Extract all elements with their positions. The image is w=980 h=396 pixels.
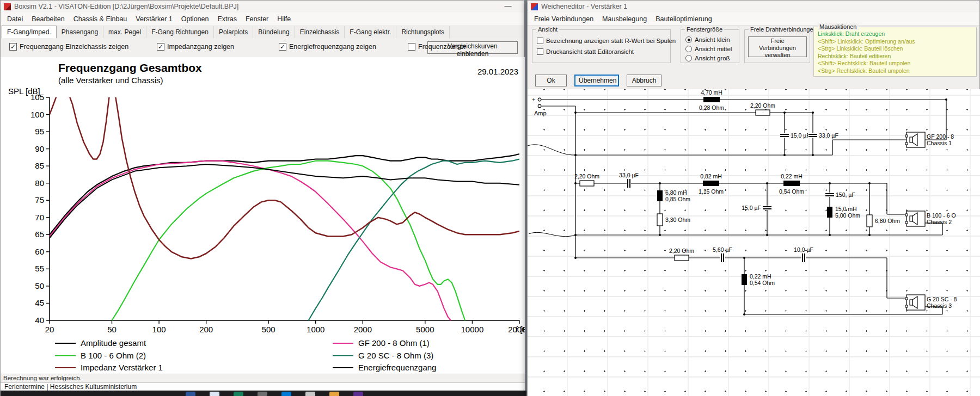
tab-f-gang-richtungen[interactable]: F-Gang Richtungen [146, 26, 214, 38]
svg-text:55: 55 [35, 264, 44, 273]
tab-f-gang-elektr-[interactable]: F-Gang elektr. [345, 26, 396, 38]
capacitor-c4[interactable] [762, 206, 772, 210]
menu-item-mausbelegung[interactable]: Mausbelegung [598, 14, 651, 24]
inductor-l1[interactable] [703, 97, 720, 102]
tab-phasengang[interactable]: Phasengang [57, 26, 103, 38]
taskbar-icon[interactable] [258, 392, 267, 396]
checkbox-icon[interactable] [408, 43, 415, 51]
weicheneditor-titlebar[interactable]: Weicheneditor - Verstärker 1 [528, 1, 979, 13]
taskbar-icon[interactable] [186, 392, 195, 396]
taskbar[interactable] [1, 391, 526, 396]
taskbar-icon[interactable] [281, 392, 291, 396]
checkbox-icon[interactable] [537, 38, 543, 44]
crossover-circuit-editor[interactable]: 4,70 mH0,28 Ohm2,20 Ohm15,0 µF33,0 µFGF … [528, 89, 980, 396]
inductor-l3[interactable] [703, 181, 719, 186]
manage-free-connections-button[interactable]: Freie Verbindungen verwalten [748, 36, 807, 57]
svg-text:5000: 5000 [416, 325, 434, 334]
inductor-l4[interactable] [783, 181, 800, 186]
resistor-r5[interactable] [675, 255, 689, 261]
svg-text:6,80 mH: 6,80 mH [665, 189, 687, 196]
resistor-r3[interactable] [657, 214, 663, 226]
svg-text:75: 75 [35, 195, 44, 205]
tab-polarplots[interactable]: Polarplots [214, 26, 253, 38]
menu-item-freie-verbindungen[interactable]: Freie Verbindungen [530, 14, 598, 24]
checkbox-icon[interactable]: ✓ [279, 43, 286, 51]
toolbar-checkbox-0[interactable]: ✓Frequenzgang Einzelchassis zeigen [9, 43, 128, 51]
radio-ansicht-mittel[interactable]: Ansicht mittel [685, 46, 732, 52]
checkbox-icon[interactable]: ✓ [157, 43, 164, 51]
menu-item-chassis-einbau[interactable]: Chassis & Einbau [69, 14, 132, 24]
ansicht-checkbox-1[interactable]: Druckansicht statt Editoransicht [537, 48, 634, 55]
svg-text:45: 45 [35, 298, 44, 307]
taskbar-icon[interactable] [305, 392, 315, 396]
radio-icon[interactable] [685, 46, 692, 52]
taskbar-icon[interactable] [234, 392, 243, 396]
taskbar-icon[interactable] [329, 392, 339, 396]
menu-item-datei[interactable]: Datei [3, 14, 27, 24]
menu-item-extras[interactable]: Extras [213, 14, 241, 24]
capacitor-c5[interactable] [825, 193, 835, 197]
background-window-title[interactable]: Ferientermine | Hessisches Kultusministe… [1, 382, 525, 391]
chart-plot: 1051009590858075706560555045402050100200… [1, 57, 525, 374]
legend-swatch [333, 367, 353, 368]
resistor-r2[interactable] [580, 181, 594, 186]
radio-icon[interactable] [685, 55, 692, 61]
legend-swatch [333, 355, 353, 356]
frequency-response-chart: Frequenzgang Gesamtbox (alle Verstärker … [1, 57, 525, 374]
menu-item-bearbeiten[interactable]: Bearbeiten [27, 14, 69, 24]
resistor-r1[interactable] [756, 110, 770, 115]
free-wire-connection[interactable] [528, 145, 575, 155]
speaker-sp1[interactable] [905, 132, 925, 147]
radio-ansicht-klein[interactable]: Ansicht klein [685, 36, 730, 43]
radio-ansicht-gro-[interactable]: Ansicht groß [685, 55, 730, 61]
group-fenstergroesse-label: Fenstergröße [685, 26, 724, 33]
checkbox-icon[interactable] [537, 48, 543, 55]
boxsim-titlebar[interactable]: Boxsim V2.1 - VISATON-Edition [D:\2Jürge… [1, 1, 524, 13]
taskbar-icon[interactable] [210, 392, 219, 396]
speaker-sp3[interactable] [905, 295, 925, 310]
weicheneditor-menubar: Freie VerbindungenMausbelegungBauteilopt… [528, 13, 979, 26]
resistor-r4[interactable] [867, 215, 872, 227]
checkbox-label: Energiefrequenzgang zeigen [289, 43, 376, 51]
capacitor-c6[interactable] [720, 253, 725, 263]
tab-einzelchassis[interactable]: Einzelchassis [295, 26, 345, 38]
toolbar-checkbox-3[interactable]: Frequenzcursor [408, 43, 466, 51]
cancel-button[interactable]: Abbruch [627, 75, 661, 86]
radio-label: Ansicht klein [695, 36, 730, 43]
tab-max-pegel[interactable]: max. Pegel [103, 26, 146, 38]
minimize-button[interactable]: — [502, 2, 514, 11]
legend-label: GF 200 - 8 Ohm (1) [358, 338, 430, 348]
ok-button[interactable]: Ok [535, 75, 567, 86]
tab-b-ndelung[interactable]: Bündelung [253, 26, 295, 38]
taskbar-icon[interactable] [353, 392, 363, 396]
capacitor-c2[interactable] [808, 133, 818, 138]
svg-text:10000: 10000 [461, 325, 484, 334]
toolbar-checkbox-2[interactable]: ✓Energiefrequenzgang zeigen [279, 43, 376, 51]
inductor-l2[interactable] [657, 190, 663, 201]
speaker-sp2[interactable] [905, 211, 925, 226]
y-axis-label: SPL [dB] [8, 86, 40, 96]
radio-icon[interactable] [685, 36, 692, 43]
ansicht-checkbox-0[interactable]: Bezeichnung anzeigen statt R-Wert bei Sp… [537, 38, 676, 44]
svg-text:15,0 µF: 15,0 µF [791, 132, 810, 139]
svg-text:200: 200 [199, 325, 213, 334]
free-wire-connection[interactable] [529, 232, 575, 236]
svg-text:70: 70 [35, 213, 44, 222]
toolbar-checkbox-1[interactable]: ✓Impedanzgang zeigen [157, 43, 234, 51]
tab-f-gang-imped-[interactable]: F-Gang/Imped. [2, 26, 57, 38]
capacitor-c1[interactable] [780, 133, 789, 138]
menu-item-hilfe[interactable]: Hilfe [273, 14, 295, 24]
weicheneditor-app-icon [531, 3, 538, 10]
apply-button[interactable]: Übernehmen [574, 75, 619, 86]
tab-richtungsplots[interactable]: Richtungsplots [396, 26, 450, 38]
checkbox-icon[interactable]: ✓ [9, 43, 17, 51]
inductor-l6[interactable] [742, 274, 747, 285]
menu-item-optionen[interactable]: Optionen [177, 14, 213, 24]
desktop: Boxsim V2.1 - VISATON-Edition [D:\2Jürge… [0, 0, 980, 396]
capacitor-c7[interactable] [801, 253, 806, 263]
menu-item-bauteiloptimierung[interactable]: Bauteiloptimierung [651, 14, 716, 24]
menu-item-verst-rker-1[interactable]: Verstärker 1 [131, 14, 176, 24]
menu-item-fenster[interactable]: Fenster [241, 14, 273, 24]
capacitor-c3[interactable] [627, 178, 631, 188]
inductor-l5[interactable] [827, 207, 832, 218]
